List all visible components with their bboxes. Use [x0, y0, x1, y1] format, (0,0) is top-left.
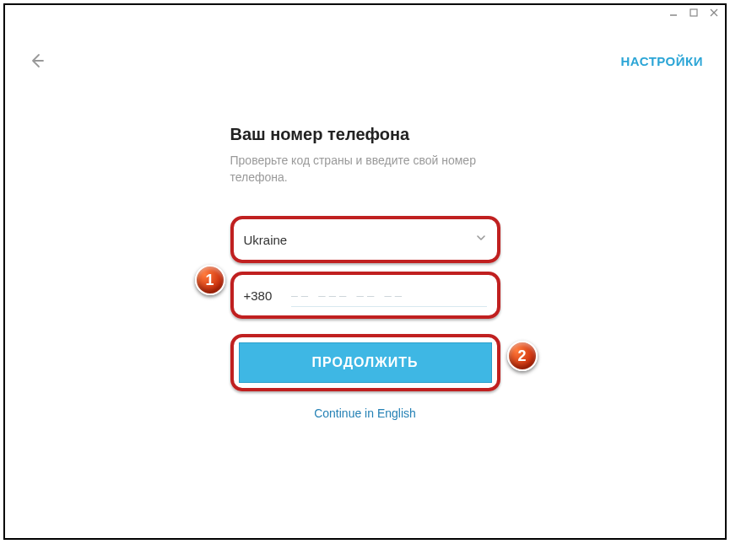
- annotation-badge-1: 1: [195, 265, 225, 295]
- main-content: Ваш номер телефона Проверьте код страны …: [230, 125, 500, 420]
- continue-button[interactable]: ПРОДОЛЖИТЬ: [239, 342, 492, 383]
- header: НАСТРОЙКИ: [5, 51, 725, 71]
- back-arrow-icon[interactable]: [27, 51, 47, 71]
- app-window: НАСТРОЙКИ Ваш номер телефона Проверьте к…: [3, 3, 727, 540]
- continue-wrap: ПРОДОЛЖИТЬ 2: [230, 334, 500, 391]
- page-subtitle: Проверьте код страны и введите свой номе…: [230, 153, 500, 186]
- phone-code: +380: [244, 288, 279, 303]
- input-group: 1 Ukraine +380: [230, 216, 500, 319]
- country-select[interactable]: Ukraine: [239, 224, 492, 255]
- phone-row: +380: [239, 280, 492, 310]
- close-button[interactable]: [708, 7, 720, 19]
- window-controls: [668, 7, 720, 19]
- continue-highlight: ПРОДОЛЖИТЬ: [230, 334, 500, 391]
- svg-rect-1: [690, 9, 697, 16]
- chevron-down-icon: [475, 232, 487, 247]
- country-selected-label: Ukraine: [244, 233, 288, 247]
- settings-link[interactable]: НАСТРОЙКИ: [620, 54, 703, 68]
- language-link[interactable]: Continue in English: [230, 407, 500, 420]
- maximize-button[interactable]: [688, 7, 700, 19]
- phone-input[interactable]: [291, 283, 487, 307]
- minimize-button[interactable]: [668, 7, 679, 19]
- annotation-badge-2: 2: [507, 341, 538, 371]
- country-field-highlight: Ukraine: [230, 216, 500, 263]
- phone-field-highlight: +380: [230, 272, 500, 319]
- page-title: Ваш номер телефона: [230, 125, 500, 144]
